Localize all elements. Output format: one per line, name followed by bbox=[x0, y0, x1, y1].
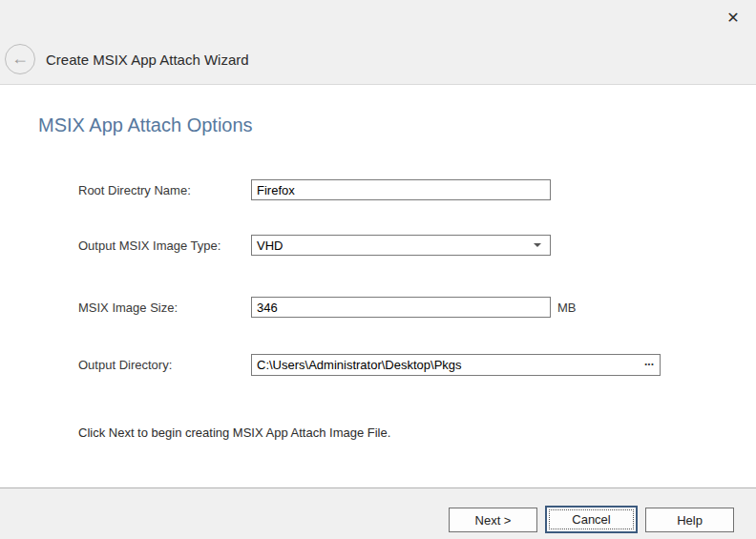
wizard-title: Create MSIX App Attach Wizard bbox=[46, 52, 249, 68]
back-button[interactable]: ← bbox=[5, 44, 35, 74]
close-icon[interactable]: ✕ bbox=[722, 6, 745, 29]
back-arrow-icon: ← bbox=[11, 50, 29, 67]
root-directory-label: Root Directry Name: bbox=[78, 183, 191, 197]
wizard-header: ✕ ← Create MSIX App Attach Wizard bbox=[0, 0, 756, 85]
page-title: MSIX App Attach Options bbox=[38, 114, 253, 136]
next-button[interactable]: Next > bbox=[449, 508, 537, 532]
image-size-input[interactable] bbox=[251, 297, 551, 318]
image-type-value: VHD bbox=[252, 238, 534, 253]
output-directory-field: ... bbox=[251, 354, 661, 376]
image-type-dropdown[interactable]: VHD bbox=[251, 235, 551, 256]
cancel-button[interactable]: Cancel bbox=[545, 506, 638, 533]
chevron-down-icon bbox=[534, 243, 541, 247]
browse-ellipsis-button[interactable]: ... bbox=[639, 355, 660, 375]
root-directory-input[interactable] bbox=[251, 179, 551, 200]
wizard-window: ✕ ← Create MSIX App Attach Wizard MSIX A… bbox=[0, 0, 756, 539]
output-directory-label: Output Directory: bbox=[78, 358, 172, 372]
next-instruction-text: Click Next to begin creating MSIX App At… bbox=[78, 425, 390, 440]
image-size-unit-label: MB bbox=[557, 301, 577, 315]
image-size-label: MSIX Image Size: bbox=[78, 301, 178, 315]
image-type-label: Output MSIX Image Type: bbox=[78, 238, 220, 253]
output-directory-input[interactable] bbox=[252, 355, 639, 375]
help-button[interactable]: Help bbox=[645, 508, 734, 532]
wizard-footer: Next > Cancel Help bbox=[0, 487, 756, 539]
wizard-page: MSIX App Attach Options Root Directry Na… bbox=[0, 86, 756, 487]
